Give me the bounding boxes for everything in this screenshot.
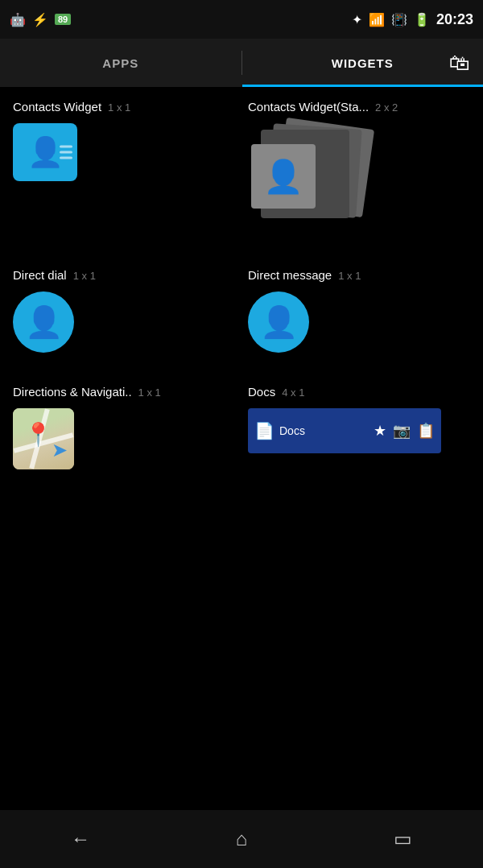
widget-cell-directions[interactable]: Directions & Navigati.. 1 x 1 📍 ➤ (6, 372, 242, 489)
widget-preview-directions: 📍 ➤ (13, 408, 235, 469)
map-arrow-icon: ➤ (52, 439, 68, 461)
map-pin-icon: 📍 (24, 421, 52, 448)
widget-preview-docs: 📄 Docs ★ 📷 📋 (248, 408, 470, 453)
widget-label-row-directions: Directions & Navigati.. 1 x 1 (13, 385, 235, 399)
stack-front: 👤 (251, 144, 316, 209)
widget-label-row-stacked: Contacts Widget(Sta... 2 x 2 (248, 100, 470, 114)
widget-grid: Contacts Widget 1 x 1 👤 Contacts Widget(… (0, 87, 483, 489)
widget-cell-contacts-stacked[interactable]: Contacts Widget(Sta... 2 x 2 👤 (242, 87, 477, 255)
tab-widgets-label: WIDGETS (332, 56, 394, 70)
docs-widget-actions: ★ 📷 📋 (374, 422, 435, 440)
widget-size-contacts: 1 x 1 (108, 101, 130, 114)
widget-label-row-docs: Docs 4 x 1 (248, 385, 470, 399)
contacts-stacked-icon: 👤 (248, 123, 369, 236)
tab-widgets[interactable]: WIDGETS (242, 39, 484, 87)
docs-widget-label: Docs (279, 424, 369, 437)
battery-level: 89 (55, 14, 71, 25)
widget-size-msg: 1 x 1 (338, 270, 361, 282)
docs-widget-bar: 📄 Docs ★ 📷 📋 (248, 408, 441, 453)
docs-star-icon: ★ (374, 422, 386, 440)
contact-line-1 (60, 146, 72, 148)
widget-name-contacts: Contacts Widget (13, 100, 101, 114)
docs-share-icon: 📋 (417, 422, 435, 440)
person-icon: 👤 (27, 135, 64, 169)
home-icon: ⌂ (236, 828, 248, 850)
clock: 20:23 (436, 11, 473, 28)
widget-size-docs: 4 x 1 (282, 386, 304, 399)
tab-apps-label: APPS (102, 56, 138, 70)
battery-icon: 🔋 (414, 12, 430, 27)
widget-cell-docs[interactable]: Docs 4 x 1 📄 Docs ★ 📷 📋 (242, 372, 477, 489)
contact-line-2 (60, 151, 72, 154)
widget-list: Contacts Widget 1 x 1 👤 Contacts Widget(… (0, 87, 483, 489)
widget-cell-direct-dial[interactable]: Direct dial 1 x 1 👤 (6, 255, 242, 372)
tab-bar: APPS WIDGETS 🛍 (0, 39, 483, 87)
widget-preview-stacked: 👤 (248, 123, 470, 236)
widget-size-stacked: 2 x 2 (375, 101, 398, 114)
widget-cell-direct-msg[interactable]: Direct message 1 x 1 👤 (242, 255, 477, 372)
docs-camera-icon: 📷 (393, 422, 411, 440)
widget-preview-contacts: 👤 (13, 123, 235, 181)
docs-file-icon: 📄 (254, 421, 275, 440)
widget-name-directions: Directions & Navigati.. (13, 385, 132, 399)
widget-label-row-msg: Direct message 1 x 1 (248, 268, 470, 282)
tab-apps[interactable]: APPS (0, 39, 242, 87)
usb-icon: ⚡ (32, 12, 48, 27)
widget-name-dial: Direct dial (13, 268, 67, 282)
map-icon: 📍 ➤ (13, 408, 74, 469)
android-icon: 🤖 (10, 12, 26, 27)
widget-size-dial: 1 x 1 (73, 270, 96, 282)
contact-lines (60, 146, 72, 159)
widget-name-docs: Docs (248, 385, 275, 399)
signal-icon: 📳 (391, 12, 407, 27)
direct-dial-icon: 👤 (13, 291, 74, 353)
recent-icon: ▭ (394, 828, 412, 850)
status-bar: 🤖 ⚡ 89 ✦ 📶 📳 🔋 20:23 (0, 0, 483, 39)
back-icon: ← (71, 828, 90, 850)
status-left: 🤖 ⚡ 89 (10, 12, 71, 27)
widget-cell-contacts[interactable]: Contacts Widget 1 x 1 👤 (6, 87, 242, 255)
dial-person-icon: 👤 (25, 304, 63, 340)
widget-name-msg: Direct message (248, 268, 332, 282)
widget-label-row: Contacts Widget 1 x 1 (13, 100, 235, 114)
widget-preview-msg: 👤 (248, 291, 470, 353)
contact-line-3 (60, 157, 72, 159)
wifi-icon: 📶 (369, 12, 385, 27)
widget-label-row-dial: Direct dial 1 x 1 (13, 268, 235, 282)
bottom-nav: ← ⌂ ▭ (0, 810, 483, 868)
recent-button[interactable]: ▭ (378, 823, 427, 855)
store-icon[interactable]: 🛍 (449, 51, 470, 76)
contacts-widget-icon: 👤 (13, 123, 77, 181)
widget-size-directions: 1 x 1 (138, 386, 161, 399)
back-button[interactable]: ← (56, 823, 105, 855)
direct-msg-icon: 👤 (248, 291, 309, 353)
stack-person-icon: 👤 (263, 158, 303, 196)
status-right: ✦ 📶 📳 🔋 20:23 (352, 11, 473, 28)
widget-name-stacked: Contacts Widget(Sta... (248, 100, 369, 114)
widget-preview-dial: 👤 (13, 291, 235, 353)
msg-person-icon: 👤 (260, 304, 298, 340)
bluetooth-icon: ✦ (352, 12, 362, 27)
home-button[interactable]: ⌂ (217, 823, 266, 855)
